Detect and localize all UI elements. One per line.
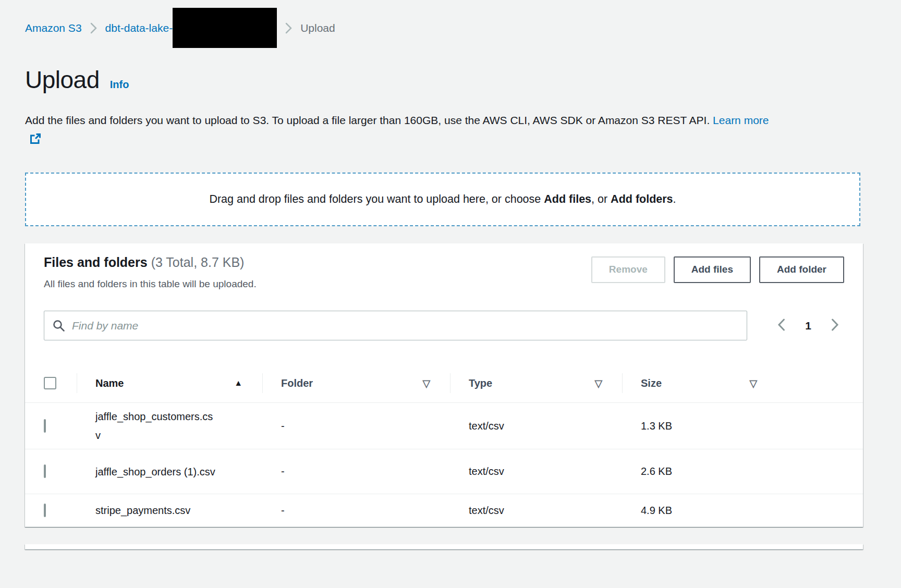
select-all-header-cell [25,364,77,402]
search-box [44,311,747,340]
file-name: jaffle_shop_orders (1).csv [95,462,218,481]
file-folder: - [262,461,450,482]
breadcrumb-amazon-s3-link[interactable]: Amazon S3 [25,22,82,34]
next-panel-edge [25,544,863,549]
sort-indicator-icon: ▽ [749,377,757,389]
sort-indicator-icon: ▽ [594,377,602,389]
file-size: 1.3 KB [622,416,777,436]
info-link[interactable]: Info [110,79,129,91]
redacted-bucket-name [173,8,277,48]
file-type: text/csv [450,461,622,482]
panel-subtitle: All files and folders in this table will… [44,278,257,290]
dropzone-text: Drag and drop files and folders you want… [209,193,676,206]
remove-button[interactable]: Remove [591,256,665,283]
file-size: 4.9 KB [622,500,777,521]
select-all-checkbox[interactable] [44,377,56,389]
add-files-button[interactable]: Add files [674,256,751,283]
row-checkbox[interactable] [44,504,46,517]
chevron-left-icon [777,317,785,334]
next-page-button[interactable] [826,314,844,337]
page-number-button[interactable]: 1 [801,317,815,334]
breadcrumb-current-page: Upload [300,22,335,34]
external-link-icon [29,131,41,151]
column-header-type[interactable]: Type ▽ [450,364,622,402]
column-header-folder[interactable]: Folder ▽ [262,364,450,402]
sort-indicator-icon: ▽ [422,377,430,389]
file-name: jaffle_shop_customers.csv [95,407,218,445]
row-checkbox[interactable] [44,419,46,433]
table-row: jaffle_shop_orders (1).csv - text/csv 2.… [25,449,863,494]
files-table: Name ▲ Folder ▽ Type ▽ Size ▽ [25,364,863,527]
pagination: 1 [772,314,844,337]
page-title: Upload [25,66,100,94]
file-folder: - [262,416,450,436]
add-folder-button[interactable]: Add folder [759,256,844,283]
file-type: text/csv [450,500,622,521]
previous-page-button[interactable] [772,314,790,337]
description-text: Add the files and folders you want to up… [25,114,710,126]
table-row: stripe_payments.csv - text/csv 4.9 KB [25,494,863,527]
page-description: Add the files and folders you want to up… [25,111,780,151]
panel-title: Files and folders (3 Total, 8.7 KB) [44,255,257,270]
column-header-name[interactable]: Name ▲ [77,364,262,402]
chevron-right-icon [831,317,839,334]
breadcrumb-separator-icon [285,22,292,34]
search-input[interactable] [72,320,738,332]
learn-more-link[interactable]: Learn more [713,114,769,126]
panel-count: (3 Total, 8.7 KB) [151,255,245,270]
breadcrumb: Amazon S3 dbt-data-lake- Upload [25,8,876,48]
breadcrumb-separator-icon [90,22,97,34]
sort-ascending-icon: ▲ [234,378,242,388]
row-checkbox[interactable] [44,464,46,478]
files-and-folders-panel: Files and folders (3 Total, 8.7 KB) All … [25,243,863,527]
search-icon [53,320,65,332]
breadcrumb-bucket-link[interactable]: dbt-data-lake- [105,22,173,34]
file-type: text/csv [450,416,622,436]
table-row: jaffle_shop_customers.csv - text/csv 1.3… [25,403,863,449]
column-header-size[interactable]: Size ▽ [622,364,777,402]
drag-drop-zone[interactable]: Drag and drop files and folders you want… [25,173,860,226]
file-size: 2.6 KB [622,461,777,482]
file-folder: - [262,500,450,521]
file-name: stripe_payments.csv [95,501,218,520]
